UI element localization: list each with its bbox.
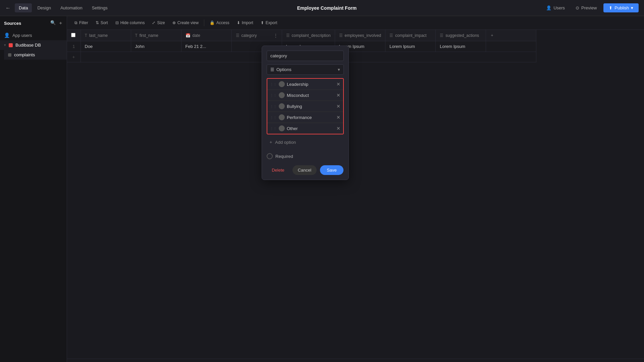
option-label-leadership: Leadership	[287, 82, 334, 87]
publish-button[interactable]: ⬆ Publish ▾	[603, 3, 639, 12]
sidebar-section: 👤 App users ▾ Budibase DB complaints	[0, 29, 67, 61]
users-button[interactable]: 👤 Users	[542, 3, 569, 12]
users-label: Users	[553, 5, 565, 10]
option-label-performance: Performance	[287, 115, 334, 120]
sidebar: Sources 🔍 ＋ 👤 App users ▾ Budibase DB co…	[0, 16, 67, 362]
drag-handle-icon[interactable]: ⋮⋮	[270, 127, 277, 130]
options-type-icon: ☰	[270, 67, 274, 72]
drag-handle-icon[interactable]: ⋮⋮	[270, 105, 277, 108]
right-actions: 👤 Users ⊙ Preview ⬆ Publish ▾	[542, 3, 639, 12]
option-item-misconduct: ⋮⋮ Misconduct ✕	[267, 90, 343, 101]
sidebar-db-label: Budibase DB	[15, 43, 41, 48]
option-color-dot[interactable]	[279, 114, 285, 120]
sidebar-header-icons: 🔍 ＋	[50, 20, 63, 26]
publish-icon: ⬆	[609, 5, 612, 10]
type-select-left: ☰ Options	[270, 67, 291, 72]
chevron-down-icon: ▾	[338, 67, 340, 72]
sources-label: Sources	[4, 21, 21, 26]
preview-icon: ⊙	[576, 5, 579, 10]
page-title: Employee Complaint Form	[113, 5, 541, 11]
preview-label: Preview	[581, 5, 597, 10]
expand-icon: ▾	[4, 43, 6, 47]
option-color-dot[interactable]	[279, 125, 285, 131]
drag-handle-icon[interactable]: ⋮⋮	[270, 94, 277, 97]
add-option-plus-icon: ＋	[269, 139, 273, 145]
sidebar-item-budibase-db[interactable]: ▾ Budibase DB	[0, 40, 67, 50]
drag-handle-icon[interactable]: ⋮⋮	[270, 82, 277, 86]
remove-option-button[interactable]: ✕	[336, 115, 340, 120]
option-item-bullying: ⋮⋮ Bullying ✕	[267, 101, 343, 112]
top-navigation: ← Data Design Automation Settings Employ…	[0, 0, 644, 16]
back-button[interactable]: ←	[5, 5, 11, 11]
option-item-leadership: ⋮⋮ Leadership ✕	[267, 79, 343, 90]
sidebar-subitems: complaints	[4, 50, 67, 60]
user-icon: 👤	[546, 5, 551, 10]
cancel-button[interactable]: Cancel	[292, 165, 317, 175]
publish-chevron-icon: ▾	[631, 5, 633, 10]
preview-button[interactable]: ⊙ Preview	[572, 3, 601, 12]
publish-label: Publish	[614, 5, 629, 10]
content-area: ⧉ Filter ⇅ Sort ⊟ Hide columns ⤢ Size ⊕ …	[67, 16, 644, 362]
remove-option-button[interactable]: ✕	[336, 81, 340, 87]
sidebar-item-label: App users	[12, 33, 32, 38]
sidebar-item-app-users[interactable]: 👤 App users	[0, 30, 67, 40]
required-row: Required	[267, 151, 344, 161]
field-name-input[interactable]: category	[267, 51, 344, 61]
required-label: Required	[275, 154, 293, 159]
app-users-icon: 👤	[4, 33, 10, 38]
sidebar-header: Sources 🔍 ＋	[0, 16, 67, 29]
search-icon[interactable]: 🔍	[50, 20, 56, 26]
remove-option-button[interactable]: ✕	[336, 126, 340, 131]
field-editor-modal: category ☰ Options ▾ ⋮⋮ Leadership ✕	[262, 46, 349, 180]
option-item-performance: ⋮⋮ Performance ✕	[267, 112, 343, 123]
nav-automation[interactable]: Automation	[56, 3, 87, 12]
option-label-bullying: Bullying	[287, 104, 334, 109]
remove-option-button[interactable]: ✕	[336, 93, 340, 98]
add-option-label: Add option	[275, 140, 296, 145]
option-color-dot[interactable]	[279, 92, 285, 98]
type-select[interactable]: ☰ Options ▾	[267, 64, 344, 75]
remove-option-button[interactable]: ✕	[336, 104, 340, 109]
table-icon	[8, 53, 11, 57]
sidebar-table-label: complaints	[14, 52, 35, 57]
options-list: ⋮⋮ Leadership ✕ ⋮⋮ Misconduct ✕ ⋮⋮	[267, 78, 344, 134]
nav-design[interactable]: Design	[33, 3, 55, 12]
option-label-misconduct: Misconduct	[287, 93, 334, 98]
option-color-dot[interactable]	[279, 103, 285, 109]
add-option-button[interactable]: ＋ Add option	[267, 136, 344, 148]
required-toggle[interactable]	[267, 153, 273, 159]
save-button[interactable]: Save	[320, 165, 343, 175]
db-icon	[9, 43, 13, 47]
modal-overlay: category ☰ Options ▾ ⋮⋮ Leadership ✕	[67, 16, 644, 362]
modal-actions: Delete Cancel Save	[267, 165, 344, 175]
delete-button[interactable]: Delete	[267, 165, 289, 175]
nav-settings[interactable]: Settings	[88, 3, 112, 12]
add-source-icon[interactable]: ＋	[58, 20, 63, 26]
main-layout: Sources 🔍 ＋ 👤 App users ▾ Budibase DB co…	[0, 16, 644, 362]
option-color-dot[interactable]	[279, 81, 285, 87]
drag-handle-icon[interactable]: ⋮⋮	[270, 116, 277, 119]
option-item-other: ⋮⋮ Other ✕	[267, 123, 343, 134]
sidebar-item-complaints[interactable]: complaints	[4, 50, 67, 60]
option-label-other: Other	[287, 126, 334, 131]
type-label: Options	[276, 67, 291, 72]
nav-data[interactable]: Data	[15, 3, 32, 12]
